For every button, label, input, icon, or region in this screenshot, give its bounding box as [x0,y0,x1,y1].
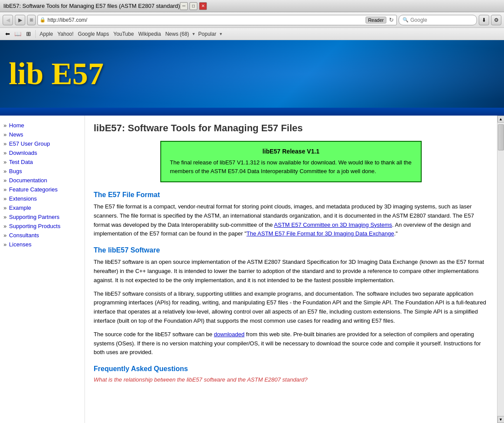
bookmark-news[interactable]: News (68) [163,30,191,38]
window-controls: ─ □ ✕ [180,2,207,10]
sidebar-link-supporting-partners[interactable]: Supporting Partners [9,214,60,220]
libe57-paragraph-1: The libE57 software is an open source im… [94,258,488,285]
libe57-paragraph-3: The source code for the libE57 software … [94,330,488,357]
browser-content: lib E57 » Home » News » E57 User Group [0,40,504,423]
bullet-documentation: » [3,177,7,184]
content-area: » Home » News » E57 User Group » Downloa… [0,116,504,423]
sidebar-link-test-data[interactable]: Test Data [9,159,33,165]
bullet-licenses: » [3,241,7,248]
sidebar-link-consultants[interactable]: Consultants [9,232,39,239]
popular-dropdown-icon[interactable]: ▼ [219,32,223,36]
bullet-consultants: » [3,232,7,239]
sidebar-link-news[interactable]: News [9,131,24,138]
sidebar-item-supporting-partners[interactable]: » Supporting Partners [3,212,81,222]
news-dropdown-icon[interactable]: ▼ [192,32,196,36]
faq-first-question: What is the relationship between the lib… [94,376,488,383]
url-input[interactable] [47,17,364,23]
address-bar: 🔒 Reader ↻ [37,15,397,25]
settings-button[interactable]: ⚙ [491,15,501,25]
search-input[interactable] [410,17,471,23]
sidebar-item-downloads[interactable]: » Downloads [3,148,81,157]
bookmark-wikipedia[interactable]: Wikipedia [136,30,162,38]
sidebar-link-downloads[interactable]: Downloads [9,150,37,156]
scrollbar-up-arrow[interactable]: ▲ [497,116,504,123]
bullet-news: » [3,131,7,138]
bookmark-apple[interactable]: Apple [38,30,55,38]
faq-heading: Frequently Asked Questions [94,365,488,373]
sidebar-link-example[interactable]: Example [9,205,31,211]
sidebar-item-example[interactable]: » Example [3,203,81,212]
search-icon: 🔍 [403,17,409,23]
bullet-supporting-products: » [3,223,7,229]
toolbar: ◀ ▶ ⊞ 🔒 Reader ↻ 🔍 ⬇ ⚙ [0,12,504,28]
sidebar-item-e57-user-group[interactable]: » E57 User Group [3,139,81,148]
lock-icon: 🔒 [40,17,46,23]
sidebar-item-consultants[interactable]: » Consultants [3,231,81,240]
search-bar: 🔍 [399,15,477,25]
sidebar-item-home[interactable]: » Home [3,121,81,130]
main-content: libE57: Software Tools for Managing E57 … [85,116,497,423]
bullet-test-data: » [3,159,7,165]
bullet-example: » [3,205,7,211]
sidebar-item-documentation[interactable]: » Documentation [3,176,81,185]
page-title: libE57: Software Tools for Managing E57 … [94,123,488,134]
minimize-button[interactable]: ─ [180,2,188,10]
sidebar-link-licenses[interactable]: Licenses [9,241,31,248]
maximize-button[interactable]: □ [189,2,197,10]
bookmark-popular[interactable]: Popular [196,30,218,38]
scrollbar-thumb[interactable] [498,124,504,150]
sidebar-item-extensions[interactable]: » Extensions [3,194,81,203]
page-wrapper: lib E57 » Home » News » E57 User Group [0,40,504,423]
section-heading-libe57-software: The libE57 Software [94,246,488,254]
bullet-e57-user-group: » [3,140,7,147]
sidebar: » Home » News » E57 User Group » Downloa… [0,116,85,423]
bullet-extensions: » [3,195,7,202]
close-button[interactable]: ✕ [199,2,207,10]
bookmark-yahoo[interactable]: Yahoo! [56,30,75,38]
sidebar-item-licenses[interactable]: » Licenses [3,240,81,249]
sidebar-link-supporting-products[interactable]: Supporting Products [9,223,61,229]
release-box-text: The final release of libE57 V1.1.312 is … [170,158,412,175]
blue-divider [0,108,504,116]
bookmark-youtube[interactable]: YouTube [112,30,135,38]
bullet-downloads: » [3,150,7,156]
banner-title: lib E57 [9,56,104,92]
sidebar-link-e57-user-group[interactable]: E57 User Group [9,140,50,147]
bullet-feature-categories: » [3,186,7,193]
back-button[interactable]: ◀ [3,15,13,25]
reader-button[interactable]: Reader [365,17,386,24]
release-box-title: libE57 Release V1.1 [170,148,412,155]
scrollbar-down-arrow[interactable]: ▼ [497,416,504,423]
sidebar-link-feature-categories[interactable]: Feature Categories [9,186,58,193]
bookmarks-grid-icon[interactable]: ⊞ [24,29,33,39]
sidebar-link-extensions[interactable]: Extensions [9,195,37,202]
window-title: libE57: Software Tools for Managing E57 … [3,3,180,9]
sidebar-item-news[interactable]: » News [3,130,81,139]
bookmarks-icon[interactable]: ⬅ [3,29,12,39]
scrollbar: ▲ ▼ [497,116,504,423]
e57-format-paragraph: The E57 file format is a compact, vendor… [94,202,488,239]
bookmark-google-maps[interactable]: Google Maps [76,30,111,38]
refresh-button[interactable]: ↻ [388,16,395,24]
window-titlebar: libE57: Software Tools for Managing E57 … [0,0,504,12]
forward-button[interactable]: ▶ [15,15,25,25]
sidebar-link-home[interactable]: Home [9,122,24,129]
bullet-bugs: » [3,168,7,174]
downloaded-link[interactable]: downloaded [214,331,244,338]
bookmark-separator-1 [35,30,36,38]
sidebar-item-feature-categories[interactable]: » Feature Categories [3,185,81,194]
sidebar-item-supporting-products[interactable]: » Supporting Products [3,222,81,231]
sidebar-link-documentation[interactable]: Documentation [9,177,47,184]
sidebar-item-test-data[interactable]: » Test Data [3,157,81,167]
paper-link[interactable]: The ASTM E57 File Format for 3D Imaging … [247,230,394,237]
bullet-home: » [3,122,7,129]
astm-committee-link[interactable]: ASTM E57 Committee on 3D Imaging Systems [274,222,392,228]
expand-button[interactable]: ⊞ [27,15,36,25]
sidebar-link-bugs[interactable]: Bugs [9,168,22,174]
reading-list-icon[interactable]: 📖 [13,29,23,39]
site-banner: lib E57 [0,40,504,108]
scrollbar-track[interactable] [497,123,504,416]
sidebar-item-bugs[interactable]: » Bugs [3,167,81,176]
bookmarks-bar: ⬅ 📖 ⊞ Apple Yahoo! Google Maps YouTube W… [0,28,504,40]
downloads-icon-button[interactable]: ⬇ [479,15,489,25]
